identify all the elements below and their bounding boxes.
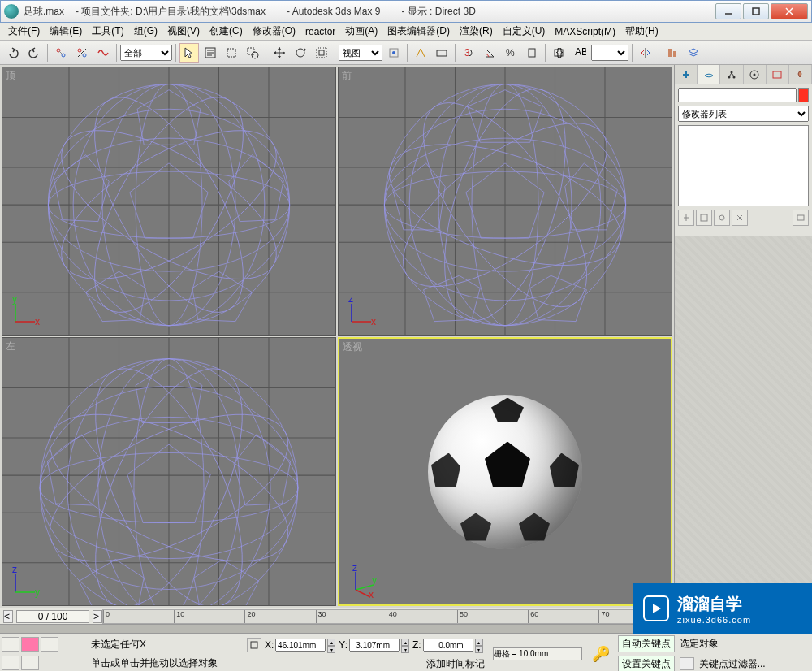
modifier-list-dropdown[interactable]: 修改器列表	[678, 106, 809, 122]
z-field[interactable]	[423, 639, 473, 652]
svg-rect-1	[753, 8, 759, 15]
key-filter-button[interactable]: 关键点过滤器...	[699, 657, 766, 671]
viewport-front[interactable]: 前	[338, 67, 672, 336]
svg-marker-121	[79, 560, 144, 606]
grid-field	[493, 647, 582, 660]
svg-marker-118	[234, 435, 291, 505]
selection-filter-dropdown[interactable]: 全部	[120, 45, 172, 61]
menu-maxscript[interactable]: MAXScript(M)	[550, 24, 620, 39]
menu-rendering[interactable]: 渲染(R)	[455, 23, 498, 40]
link-button[interactable]	[51, 43, 71, 63]
menu-animation[interactable]: 动画(A)	[340, 23, 382, 40]
viewport-left[interactable]: 左	[2, 337, 336, 606]
menu-group[interactable]: 组(G)	[129, 23, 162, 40]
manipulate-button[interactable]	[411, 43, 430, 63]
svg-rect-14	[227, 49, 235, 57]
viewport-front-label: 前	[342, 69, 352, 83]
menu-edit[interactable]: 编辑(E)	[45, 23, 87, 40]
axis-gizmo-icon: z x	[345, 296, 378, 328]
mirror-button[interactable]	[636, 43, 655, 63]
object-color-swatch[interactable]	[798, 88, 809, 102]
tab-hierarchy[interactable]	[720, 65, 743, 84]
x-spinner[interactable]: ▴▾	[327, 639, 335, 652]
select-by-name-button[interactable]	[201, 43, 220, 63]
spinner-snap-button[interactable]	[522, 43, 542, 63]
align-button[interactable]	[663, 43, 682, 63]
no-selection-label: 未选定任何X	[91, 638, 239, 652]
menu-graph-editors[interactable]: 图表编辑器(D)	[382, 23, 455, 40]
svg-rect-140	[797, 215, 804, 220]
redo-button[interactable]	[24, 43, 44, 63]
named-sel-sets-button[interactable]: {}	[549, 43, 568, 63]
rotate-button[interactable]	[291, 43, 310, 63]
svg-rect-20	[319, 50, 324, 55]
snap-toggle-button[interactable]: 3	[459, 43, 478, 63]
close-button[interactable]	[771, 3, 808, 19]
key-icon: 🔑	[592, 645, 610, 663]
minimize-button[interactable]	[715, 3, 741, 19]
tab-create[interactable]	[675, 65, 698, 84]
time-slider[interactable]: 0 / 100	[16, 610, 89, 623]
undo-button[interactable]	[3, 43, 23, 63]
keyboard-shortcut-button[interactable]	[432, 43, 451, 63]
configure-sets-button[interactable]	[793, 210, 809, 226]
maximize-button[interactable]	[743, 3, 769, 19]
svg-text:x: x	[369, 589, 374, 598]
menu-reactor[interactable]: reactor	[300, 24, 340, 39]
absolute-relative-toggle[interactable]	[247, 638, 261, 652]
svg-point-136	[754, 73, 756, 76]
timeline-prev-button[interactable]: <	[3, 610, 13, 623]
key-mode-button[interactable]	[680, 657, 694, 670]
unlink-button[interactable]	[72, 43, 92, 63]
window-crossing-button[interactable]	[243, 43, 262, 63]
named-sel-dropdown[interactable]: ABC	[570, 43, 590, 63]
percent-snap-button[interactable]: %	[501, 43, 520, 63]
layer-manager-button[interactable]	[684, 43, 703, 63]
y-spinner[interactable]: ▴▾	[401, 639, 409, 652]
status-misc-button[interactable]	[41, 637, 58, 652]
timeline-next-button[interactable]: >	[93, 610, 102, 623]
menu-file[interactable]: 文件(F)	[3, 23, 45, 40]
tab-utilities[interactable]	[789, 65, 812, 84]
add-time-tag-label[interactable]: 添加时间标记	[426, 657, 485, 671]
make-unique-button[interactable]	[714, 210, 730, 226]
modifier-stack[interactable]	[678, 125, 809, 206]
menu-help[interactable]: 帮助(H)	[620, 23, 663, 40]
viewport-perspective[interactable]: 透视 z y x	[338, 337, 672, 606]
named-sel-list[interactable]	[591, 45, 628, 61]
y-field[interactable]	[349, 639, 400, 652]
menu-views[interactable]: 视图(V)	[162, 23, 205, 40]
window-controls	[714, 3, 808, 19]
tab-display[interactable]	[767, 65, 789, 84]
tab-motion[interactable]	[744, 65, 767, 84]
macro-recorder-button[interactable]	[21, 637, 39, 652]
show-end-result-button[interactable]	[696, 210, 712, 226]
script-listener-button[interactable]	[2, 637, 19, 652]
menu-tools[interactable]: 工具(T)	[87, 23, 128, 40]
scale-button[interactable]	[312, 43, 331, 63]
bind-spacewarp-button[interactable]	[93, 43, 113, 63]
select-region-rect-button[interactable]	[222, 43, 241, 63]
viewport-top-label: 顶	[6, 69, 15, 83]
angle-snap-button[interactable]	[480, 43, 499, 63]
pivot-center-button[interactable]	[384, 43, 404, 63]
svg-rect-24	[437, 50, 447, 56]
ref-coord-dropdown[interactable]: 视图	[339, 45, 382, 61]
auto-key-button[interactable]: 自动关键点	[618, 635, 675, 652]
object-name-field[interactable]	[678, 88, 797, 102]
menu-modifiers[interactable]: 修改器(O)	[248, 23, 300, 40]
remove-modifier-button[interactable]	[732, 210, 748, 226]
menu-customize[interactable]: 自定义(U)	[498, 23, 551, 40]
comm-center-button[interactable]	[21, 656, 39, 670]
main-toolbar: 全部 视图 3 % {} ABC	[0, 41, 812, 65]
z-spinner[interactable]: ▴▾	[475, 639, 483, 652]
pin-stack-button[interactable]	[678, 210, 694, 226]
viewport-top[interactable]: 顶	[2, 67, 336, 336]
tab-modify[interactable]	[698, 65, 720, 84]
move-button[interactable]	[270, 43, 289, 63]
menu-create[interactable]: 创建(C)	[205, 23, 248, 40]
x-field[interactable]	[275, 639, 326, 652]
prompt-lock-button[interactable]	[2, 656, 19, 670]
select-object-button[interactable]	[179, 43, 199, 63]
set-key-button[interactable]: 设置关键点	[618, 656, 675, 672]
